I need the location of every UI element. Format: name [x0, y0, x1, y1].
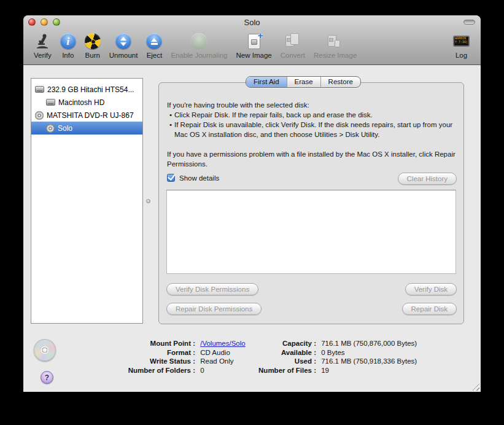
toolbar-button-verify[interactable]: Verify — [34, 31, 52, 59]
eject-icon — [146, 33, 162, 49]
burn-icon — [85, 33, 101, 49]
info-label: Capacity : — [207, 340, 316, 347]
first-aid-pane: If you're having trouble with the select… — [158, 82, 464, 324]
splitter-handle[interactable] — [146, 199, 150, 203]
toolbar-label: Unmount — [109, 52, 138, 59]
repair-disk-permissions-button[interactable]: Repair Disk Permissions — [166, 303, 262, 315]
info-value: 19 — [321, 367, 329, 374]
toolbar-button-burn[interactable]: Burn — [85, 31, 101, 59]
titlebar[interactable]: Solo — [23, 15, 481, 29]
toolbar-label: Convert — [281, 52, 305, 59]
toolbar-label: Burn — [85, 52, 100, 59]
tab-restore[interactable]: Restore — [321, 77, 360, 87]
toolbar-button-unmount[interactable]: Unmount — [109, 31, 138, 59]
resize-image-icon — [327, 33, 343, 49]
convert-icon — [285, 33, 301, 49]
toolbar-label: Info — [62, 52, 74, 59]
bullet-glyph: • — [167, 120, 174, 139]
unmount-icon — [115, 33, 131, 49]
device-list: 232.9 GB Hitachi HTS54... Macintosh HD M… — [31, 78, 143, 324]
toolbar-label: Resize Image — [314, 52, 357, 59]
toolbar-toggle-button[interactable] — [463, 20, 475, 25]
info-glyph: i — [66, 36, 69, 47]
optical-disc-icon — [35, 111, 44, 120]
show-details-row: Show details — [167, 174, 219, 182]
verify-disk-permissions-button[interactable]: Verify Disk Permissions — [166, 283, 258, 295]
toolbar-label: Verify — [34, 52, 52, 59]
zoom-button[interactable] — [53, 18, 60, 26]
info-value: 716.1 MB (750,876,000 Bytes) — [321, 340, 417, 347]
clear-history-button[interactable]: Clear History — [398, 173, 457, 185]
info-icon: i — [60, 33, 76, 49]
toolbar-label: New Image — [236, 52, 272, 59]
info-label: Number of Folders : — [60, 367, 195, 374]
toolbar-label: Log — [456, 52, 467, 59]
toolbar-label: Eject — [147, 52, 163, 59]
details-output-area — [166, 190, 456, 274]
toolbar-button-new-image[interactable]: + New Image — [236, 31, 272, 59]
sidebar-item-label: MATSHITA DVD-R UJ-867 — [47, 111, 134, 120]
verify-disk-button[interactable]: Verify Disk — [405, 283, 457, 295]
sidebar-item-label: Macintosh HD — [58, 98, 104, 107]
info-label: Used : — [207, 357, 316, 365]
toolbar: Verify i Info Burn Unmount Eject Enable … — [23, 29, 481, 64]
intro-line: If you're having trouble with the select… — [167, 100, 456, 110]
hard-disk-icon — [46, 99, 55, 106]
toolbar-button-info[interactable]: i Info — [60, 31, 76, 59]
info-label: Mount Point : — [60, 340, 195, 347]
traffic-lights — [28, 18, 60, 26]
cd-disc-icon — [34, 339, 56, 361]
plus-badge-icon: + — [258, 30, 263, 41]
permissions-note: If you have a permissions problem with a… — [167, 149, 456, 169]
info-label: Available : — [207, 349, 316, 356]
window-title: Solo — [23, 18, 481, 27]
info-row: Number of Files : 19 — [207, 367, 417, 375]
optical-disc-icon — [46, 124, 55, 133]
bullet-item: • If Repair Disk is unavailable, click V… — [167, 120, 456, 139]
first-aid-instructions: If you're having trouble with the select… — [167, 100, 456, 169]
toolbar-button-log[interactable]: WARNIN Y 7:36( Log — [453, 31, 470, 59]
info-value: 716.1 MB (750,918,336 Bytes) — [321, 357, 417, 365]
info-row: Used : 716.1 MB (750,918,336 Bytes) — [207, 357, 417, 366]
window-resize-grip[interactable] — [471, 382, 479, 391]
window-header: Solo Verify — [23, 15, 481, 65]
toolbar-button-resize-image: Resize Image — [314, 31, 357, 59]
sidebar-item-hitachi-disk[interactable]: 232.9 GB Hitachi HTS54... — [31, 83, 142, 96]
close-button[interactable] — [28, 18, 36, 26]
show-details-checkbox[interactable] — [167, 174, 175, 182]
log-console-icon: WARNIN Y 7:36( — [453, 36, 470, 47]
repair-disk-button[interactable]: Repair Disk — [402, 303, 457, 315]
bullet-item: • Click Repair Disk. If the repair fails… — [167, 110, 456, 120]
disk-utility-window: Solo Verify — [23, 15, 481, 392]
toolbar-label: Enable Journaling — [171, 52, 227, 59]
info-row: Capacity : 716.1 MB (750,876,000 Bytes) — [207, 340, 417, 348]
info-label: Number of Files : — [207, 367, 316, 374]
bullet-glyph: • — [167, 110, 174, 120]
sidebar-item-label: Solo — [58, 124, 72, 133]
toolbar-button-convert: Convert — [281, 31, 305, 59]
tab-first-aid[interactable]: First Aid — [246, 77, 287, 87]
log-icon-line: Y 7:36( — [455, 41, 468, 45]
sidebar-item-matshita-drive[interactable]: MATSHITA DVD-R UJ-867 — [31, 109, 142, 122]
minimize-button[interactable] — [41, 18, 48, 26]
volume-info-right: Capacity : 716.1 MB (750,876,000 Bytes) … — [207, 340, 417, 375]
sidebar-item-label: 232.9 GB Hitachi HTS54... — [47, 85, 134, 94]
info-label: Write Status : — [60, 357, 195, 365]
journaling-disk-icon — [191, 33, 207, 49]
microscope-icon — [34, 31, 50, 51]
help-button[interactable]: ? — [41, 371, 53, 384]
hard-disk-icon — [35, 86, 44, 93]
new-image-icon: + — [248, 34, 260, 49]
tab-bar: First Aid Erase Restore — [246, 76, 361, 88]
info-label: Format : — [60, 349, 195, 356]
toolbar-button-eject[interactable]: Eject — [146, 31, 162, 59]
tab-erase[interactable]: Erase — [287, 77, 321, 87]
sidebar-item-macintosh-hd[interactable]: Macintosh HD — [31, 96, 142, 109]
info-value: 0 — [200, 367, 204, 374]
toolbar-button-enable-journaling: Enable Journaling — [171, 31, 227, 59]
info-value: 0 Bytes — [321, 349, 344, 356]
sidebar-item-solo[interactable]: Solo — [31, 122, 142, 135]
info-row: Available : 0 Bytes — [207, 349, 417, 357]
show-details-label: Show details — [179, 174, 219, 182]
